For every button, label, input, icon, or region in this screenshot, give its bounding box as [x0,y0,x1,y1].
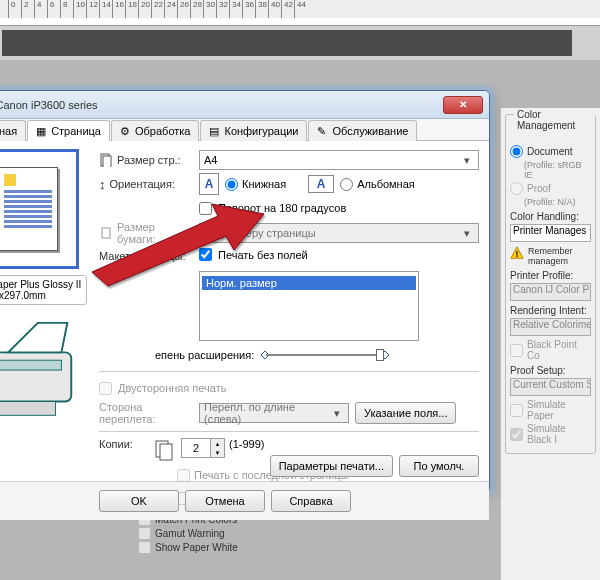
extent-slider[interactable] [260,345,390,365]
defaults-button[interactable]: По умолч. [399,455,479,477]
radio-proof[interactable] [510,182,523,195]
radio-landscape[interactable] [340,178,353,191]
svg-rect-10 [102,228,110,238]
check-gamut[interactable] [138,527,151,540]
svg-rect-12 [160,444,172,460]
tab-icon: ✎ [317,125,329,137]
color-handling-select[interactable]: Printer Manages Co [510,224,591,242]
help-button[interactable]: Справка [271,490,351,512]
tab-1[interactable]: ▦Страница [27,120,110,141]
ruler: 0246810121416182022242628303234363840424… [0,0,600,26]
warning-icon: ! [510,246,524,260]
tab-icon: ▤ [209,125,221,137]
portrait-icon: A [199,173,219,195]
print-params-button[interactable]: Параметры печати... [270,455,393,477]
svg-rect-4 [0,402,56,416]
close-button[interactable]: ✕ [443,96,483,114]
tab-icon: ▦ [36,125,48,137]
check-rotate180[interactable] [199,202,212,215]
page-size-combo[interactable]: A4▾ [199,150,479,170]
tab-2[interactable]: ⚙Обработка [111,120,199,141]
color-management-panel: Color Management Document (Profile: sRGB… [500,108,600,580]
tab-0[interactable]: ▣авная [0,120,26,141]
rendering-select[interactable]: Relative Colorimetri [510,318,591,336]
printer-profile-select[interactable]: Canon IJ Color Prin [510,283,591,301]
margin-button[interactable]: Указание поля... [355,402,456,424]
bind-combo[interactable]: Перепл. по длине (слева)▾ [199,403,349,423]
check-paper-white[interactable] [138,541,151,554]
svg-marker-5 [8,323,67,352]
check-from-last[interactable] [177,469,190,482]
ok-button[interactable]: OK [99,490,179,512]
proof-setup-select[interactable]: Current Custom Set [510,378,591,396]
spin-up-icon[interactable]: ▲ [210,439,224,448]
svg-rect-3 [0,360,61,370]
landscape-icon: A [308,175,334,193]
chevron-down-icon: ▾ [460,154,474,167]
printer-illustration [0,315,87,425]
tab-icon: ⚙ [120,125,132,137]
tab-3[interactable]: ▤Конфигурации [200,120,307,141]
spin-down-icon[interactable]: ▼ [210,448,224,457]
page-size-icon [99,153,113,167]
print-properties-dialog: ства: Canon iP3600 series ✕ ▣авная▦Стран… [0,90,490,490]
check-duplex[interactable] [99,382,112,395]
workspace-top [0,26,600,60]
tab-strip: ▣авная▦Страница⚙Обработка▤Конфигурации✎О… [0,119,489,141]
paper-size-combo[interactable]: По размеру страницы▾ [199,223,479,243]
cancel-button[interactable]: Отмена [185,490,265,512]
radio-document[interactable] [510,145,523,158]
svg-text:!: ! [516,249,519,259]
paper-size-icon [99,226,113,240]
check-sim-paper[interactable] [510,404,523,417]
panel-title: Color Management [514,109,595,131]
radio-portrait[interactable] [225,178,238,191]
svg-rect-9 [103,156,111,167]
layout-option-1[interactable]: Норм. размер [202,276,416,290]
layout-listbox[interactable]: Норм. размер [199,271,419,341]
copies-spinner[interactable]: ▲▼ [181,438,225,458]
titlebar[interactable]: ства: Canon iP3600 series ✕ [0,91,489,119]
check-sim-black[interactable] [510,428,523,441]
tab-4[interactable]: ✎Обслуживание [308,120,417,141]
page-preview [0,149,79,269]
check-borderless[interactable] [199,248,212,261]
copies-icon [153,438,177,462]
paper-info: oto Paper Plus Glossy II 210.0x297.0mm [0,275,87,305]
check-bpc[interactable] [510,344,523,357]
